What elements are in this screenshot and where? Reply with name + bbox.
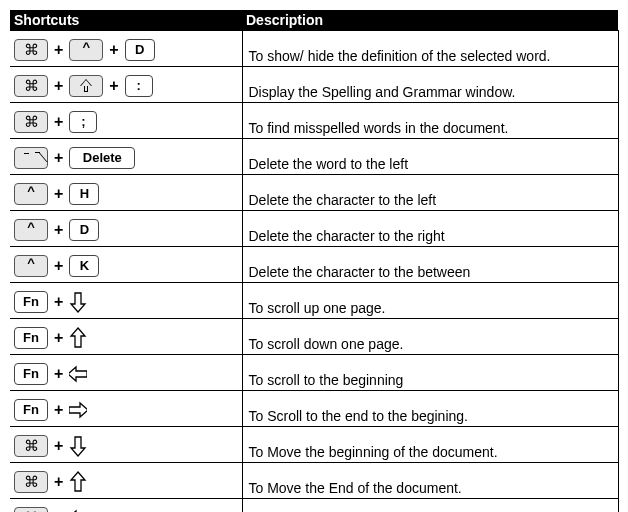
description-cell: Delete the character to the between bbox=[242, 247, 618, 283]
d-key: D bbox=[69, 219, 99, 241]
fn-key: Fn bbox=[14, 291, 48, 313]
command-key: ⌘ bbox=[14, 111, 48, 133]
plus-icon: + bbox=[54, 42, 63, 58]
header-shortcuts: Shortcuts bbox=[10, 10, 242, 31]
control-key: ^ bbox=[14, 255, 48, 277]
shortcut-cell: ^+H bbox=[10, 175, 242, 211]
table-row: Fn+To scroll to the beginning bbox=[10, 355, 618, 391]
table-row: ^+HDelete the character to the left bbox=[10, 175, 618, 211]
arrow-right-icon bbox=[69, 399, 87, 421]
description-cell: Delete the character to the left bbox=[242, 175, 618, 211]
shortcut-cell: ⌘+ bbox=[10, 499, 242, 513]
arrow-up-icon bbox=[69, 327, 87, 349]
shortcut-cell: Fn+ bbox=[10, 283, 242, 319]
table-row: ⌘++:Display the Spelling and Grammar win… bbox=[10, 67, 618, 103]
description-cell: Delete the word to the left bbox=[242, 139, 618, 175]
plus-icon: + bbox=[109, 78, 118, 94]
table-row: ^+KDelete the character to the between bbox=[10, 247, 618, 283]
table-row: ⌘+To Move the beginning of current line. bbox=[10, 499, 618, 513]
plus-icon: + bbox=[54, 78, 63, 94]
command-key: ⌘ bbox=[14, 435, 48, 457]
control-key: ^ bbox=[14, 183, 48, 205]
description-cell: To find misspelled words in the document… bbox=[242, 103, 618, 139]
plus-icon: + bbox=[54, 258, 63, 274]
table-row: +DeleteDelete the word to the left bbox=[10, 139, 618, 175]
arrow-down-icon bbox=[69, 291, 87, 313]
arrow-left-icon bbox=[69, 363, 87, 385]
plus-icon: + bbox=[54, 474, 63, 490]
table-row: Fn+To scroll down one page. bbox=[10, 319, 618, 355]
shortcut-cell: ⌘++: bbox=[10, 67, 242, 103]
shortcut-cell: ^+K bbox=[10, 247, 242, 283]
table-row: ⌘+To Move the End of the document. bbox=[10, 463, 618, 499]
description-cell: To Move the beginning of the document. bbox=[242, 427, 618, 463]
control-key: ^ bbox=[14, 219, 48, 241]
command-key: ⌘ bbox=[14, 507, 48, 513]
control-key: ^ bbox=[69, 39, 103, 61]
shortcut-cell: ^+D bbox=[10, 211, 242, 247]
description-cell: To Scroll to the end to the begining. bbox=[242, 391, 618, 427]
shortcut-cell: ⌘+ bbox=[10, 427, 242, 463]
arrow-down-icon bbox=[69, 435, 87, 457]
table-row: Fn+To scroll up one page. bbox=[10, 283, 618, 319]
shortcut-cell: Fn+ bbox=[10, 319, 242, 355]
shortcut-cell: +Delete bbox=[10, 139, 242, 175]
description-cell: Delete the character to the right bbox=[242, 211, 618, 247]
description-cell: To scroll up one page. bbox=[242, 283, 618, 319]
arrow-up-icon bbox=[69, 471, 87, 493]
shortcut-cell: ⌘+^+D bbox=[10, 31, 242, 67]
delete-key: Delete bbox=[69, 147, 135, 169]
plus-icon: + bbox=[54, 222, 63, 238]
plus-icon: + bbox=[54, 366, 63, 382]
command-key: ⌘ bbox=[14, 75, 48, 97]
description-cell: To scroll to the beginning bbox=[242, 355, 618, 391]
shortcut-cell: ⌘+ bbox=[10, 463, 242, 499]
plus-icon: + bbox=[54, 402, 63, 418]
command-key: ⌘ bbox=[14, 471, 48, 493]
header-description: Description bbox=[242, 10, 618, 31]
plus-icon: + bbox=[54, 438, 63, 454]
description-cell: Display the Spelling and Grammar window. bbox=[242, 67, 618, 103]
description-cell: To scroll down one page. bbox=[242, 319, 618, 355]
k-key: K bbox=[69, 255, 99, 277]
shortcuts-table: Shortcuts Description ⌘+^+DTo show/ hide… bbox=[10, 10, 619, 512]
table-row: ⌘+To Move the beginning of the document. bbox=[10, 427, 618, 463]
plus-icon: + bbox=[54, 330, 63, 346]
plus-icon: + bbox=[109, 42, 118, 58]
fn-key: Fn bbox=[14, 363, 48, 385]
plus-icon: + bbox=[54, 114, 63, 130]
arrow-left-icon bbox=[69, 507, 87, 513]
shortcut-cell: ⌘+; bbox=[10, 103, 242, 139]
shortcut-cell: Fn+ bbox=[10, 391, 242, 427]
d-key: D bbox=[125, 39, 155, 61]
description-cell: To Move the End of the document. bbox=[242, 463, 618, 499]
description-cell: To show/ hide the definition of the sele… bbox=[242, 31, 618, 67]
plus-icon: + bbox=[54, 150, 63, 166]
plus-icon: + bbox=[54, 186, 63, 202]
shortcut-cell: Fn+ bbox=[10, 355, 242, 391]
table-row: ⌘+;To find misspelled words in the docum… bbox=[10, 103, 618, 139]
description-cell: To Move the beginning of current line. bbox=[242, 499, 618, 513]
table-row: ⌘+^+DTo show/ hide the definition of the… bbox=[10, 31, 618, 67]
semicolon-key: ; bbox=[69, 111, 97, 133]
shift-key bbox=[69, 75, 103, 97]
table-row: ^+DDelete the character to the right bbox=[10, 211, 618, 247]
colon-key: : bbox=[125, 75, 153, 97]
command-key: ⌘ bbox=[14, 39, 48, 61]
h-key: H bbox=[69, 183, 99, 205]
fn-key: Fn bbox=[14, 327, 48, 349]
fn-key: Fn bbox=[14, 399, 48, 421]
option-key bbox=[14, 147, 48, 169]
table-row: Fn+To Scroll to the end to the begining. bbox=[10, 391, 618, 427]
plus-icon: + bbox=[54, 294, 63, 310]
